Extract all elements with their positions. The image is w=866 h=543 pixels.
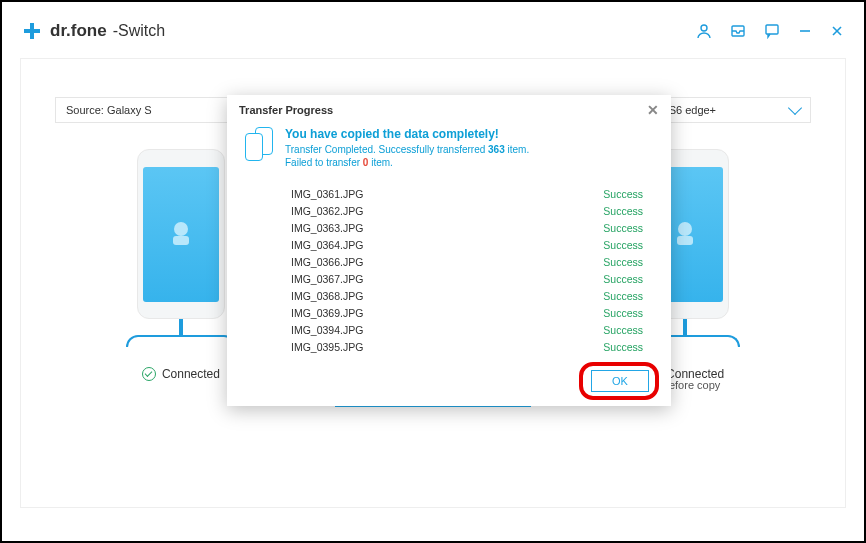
file-status: Success	[603, 288, 643, 305]
dialog-message: You have copied the data completely! Tra…	[285, 127, 529, 168]
ok-button[interactable]: OK	[591, 370, 649, 392]
file-name: IMG_0362.JPG	[291, 203, 363, 220]
svg-rect-1	[24, 29, 40, 33]
file-status: Success	[603, 186, 643, 203]
list-item: IMG_0364.JPGSuccess	[291, 237, 643, 254]
source-status: Connected	[142, 367, 220, 381]
list-item: IMG_0394.JPGSuccess	[291, 322, 643, 339]
file-name: IMG_0394.JPG	[291, 322, 363, 339]
window-controls	[696, 23, 844, 39]
svg-rect-11	[677, 236, 693, 245]
feedback-icon[interactable]	[764, 23, 780, 39]
minimize-icon[interactable]	[798, 24, 812, 38]
source-connected-label: Connected	[162, 367, 220, 381]
file-name: IMG_0361.JPG	[291, 186, 363, 203]
file-name: IMG_0368.JPG	[291, 288, 363, 305]
file-status: Success	[603, 322, 643, 339]
file-status: Success	[603, 220, 643, 237]
file-name: IMG_0395.JPG	[291, 339, 363, 356]
file-status: Success	[603, 203, 643, 220]
dialog-close-icon[interactable]: ✕	[647, 103, 659, 117]
list-item: IMG_0363.JPGSuccess	[291, 220, 643, 237]
file-name: IMG_0366.JPG	[291, 254, 363, 271]
source-phone	[126, 149, 236, 347]
inbox-icon[interactable]	[730, 23, 746, 39]
svg-rect-4	[766, 25, 778, 34]
file-status: Success	[603, 339, 643, 356]
file-name: IMG_0369.JPG	[291, 305, 363, 322]
file-name: IMG_0364.JPG	[291, 237, 363, 254]
file-status: Success	[603, 271, 643, 288]
file-name: IMG_0363.JPG	[291, 220, 363, 237]
dialog-success-line: Transfer Completed. Successfully transfe…	[285, 144, 529, 155]
file-name: IMG_0367.JPG	[291, 271, 363, 288]
logo-icon	[22, 21, 42, 41]
account-icon[interactable]	[696, 23, 712, 39]
list-item: IMG_0367.JPGSuccess	[291, 271, 643, 288]
list-item: IMG_0366.JPGSuccess	[291, 254, 643, 271]
brand-suffix: -Switch	[113, 22, 165, 40]
file-status: Success	[603, 237, 643, 254]
transfer-icon	[245, 127, 275, 163]
brand: dr.fone -Switch	[22, 21, 165, 41]
titlebar: dr.fone -Switch	[2, 2, 864, 58]
chevron-down-icon	[788, 101, 802, 115]
transfer-progress-dialog: Transfer Progress ✕ You have copied the …	[227, 95, 671, 406]
close-icon[interactable]	[830, 24, 844, 38]
list-item: IMG_0369.JPGSuccess	[291, 305, 643, 322]
source-label: Source: Galaxy S	[66, 104, 152, 116]
list-item: IMG_0362.JPGSuccess	[291, 203, 643, 220]
svg-rect-9	[173, 236, 189, 245]
transfer-item-list: IMG_0361.JPGSuccessIMG_0362.JPGSuccessIM…	[227, 178, 671, 356]
dialog-fail-line: Failed to transfer 0 item.	[285, 157, 529, 168]
list-item: IMG_0361.JPGSuccess	[291, 186, 643, 203]
workarea: Source: Galaxy S Connected Flip Destinat…	[20, 58, 846, 508]
dialog-title: Transfer Progress	[239, 104, 333, 116]
dialog-headline: You have copied the data completely!	[285, 127, 529, 141]
svg-point-2	[701, 25, 707, 31]
list-item: IMG_0368.JPGSuccess	[291, 288, 643, 305]
file-status: Success	[603, 254, 643, 271]
brand-name: dr.fone	[50, 21, 107, 41]
check-icon	[142, 367, 156, 381]
list-item: IMG_0395.JPGSuccess	[291, 339, 643, 356]
file-status: Success	[603, 305, 643, 322]
